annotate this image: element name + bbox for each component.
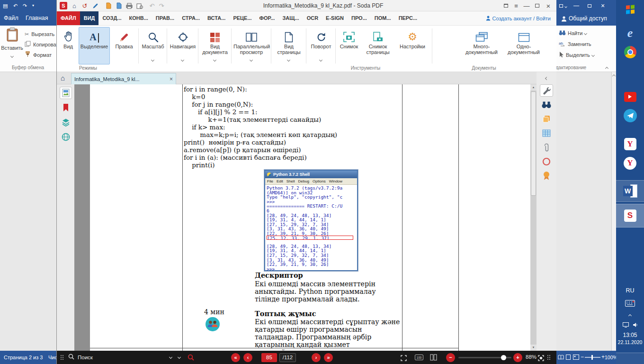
toolbar-grip-icon[interactable] [61,355,62,356]
word-minimize-icon[interactable]: — [571,1,582,10]
ribbon-tab[interactable]: ФОР... [256,11,279,25]
maximize-window-icon[interactable] [532,1,542,10]
word-restore-icon[interactable] [584,1,595,10]
first-page-button[interactable]: « [231,351,240,364]
zoom-out-button[interactable]: − [446,351,455,364]
taskbar-sodapdf-icon[interactable]: S [616,204,644,228]
zoom-slider-thumb[interactable] [501,355,506,360]
ribbon-tab[interactable]: ЗАЩ... [278,11,303,25]
share-button[interactable]: Общий доступ [569,15,607,22]
page-snapshot-button[interactable]: Снимок страницы [363,27,393,64]
format-painter-button[interactable]: Формат [25,51,52,59]
save-icon[interactable]: ▤ [3,2,8,9]
print-icon[interactable] [125,1,134,10]
volume-icon[interactable] [633,321,638,329]
close-tab-icon[interactable]: × [170,76,173,82]
scroll-down-icon[interactable]: ▼ [530,345,537,351]
minimize-window-icon[interactable]: — [521,1,532,10]
word-scrollbar[interactable] [611,72,616,351]
scroll-up-icon[interactable]: ▲ [530,84,537,91]
menu-icon[interactable]: ≡ [511,1,521,10]
taskbar-ie-icon[interactable]: e [616,25,644,42]
search-panel-icon[interactable] [540,99,553,111]
undo-disabled-icon[interactable]: ↶ [148,1,156,10]
search-options-dropdown-icon[interactable] [169,355,172,359]
search-mode-dropdown-icon[interactable] [178,355,181,359]
select-button[interactable]: Выделить [559,51,594,59]
taskbar-yandex-browser-icon[interactable]: Y [616,155,644,172]
tools-panel-icon[interactable] [540,84,553,97]
view-tool-button[interactable]: Вид [59,27,78,64]
dock-window-icon[interactable] [501,1,511,10]
ribbon-tab[interactable]: E-SIGN [322,11,348,25]
file-orange-icon[interactable] [104,1,113,10]
document-tab[interactable]: Informatika_Metodika_9 kl... × [71,73,176,84]
page-layout-icon[interactable] [430,354,437,363]
document-scrollbar[interactable]: ▲ ▼ [530,84,537,351]
word-page-indicator[interactable]: Страница 2 из 3 [4,355,43,360]
layers-panel-icon[interactable] [60,116,72,128]
ribbon-tab[interactable]: ПРО... [348,11,371,25]
next-page-button[interactable]: › [312,351,321,364]
cut-button[interactable]: ✂ Вырезать [25,30,54,38]
home-icon[interactable]: ⌂ [70,1,79,10]
ribbon-tab[interactable]: СОЗД... [98,11,125,25]
taskbar-word-icon[interactable]: W [616,180,644,202]
taskbar-youtube-icon[interactable] [616,88,644,105]
web-layout-icon[interactable] [573,355,579,361]
taskbar-chrome-icon[interactable] [616,44,644,61]
ribbon-tab[interactable]: ФАЙЛ [57,11,80,25]
document-viewport[interactable]: for i in range(0, N): k=0 for j in range… [74,84,530,351]
bookmarks-panel-icon[interactable] [60,101,72,114]
multi-document-button[interactable]: Много-документный [460,27,503,64]
search-go-icon[interactable] [188,354,194,363]
touch-keyboard-icon[interactable] [616,298,644,309]
zoom-in-button[interactable]: + [513,351,522,364]
ribbon-tab[interactable]: СТРА... [178,11,204,25]
selection-tool-button[interactable]: A Выделение [79,27,110,64]
clock-time[interactable]: 13:05 [616,332,644,338]
record-panel-icon[interactable] [540,155,553,168]
word-count-indicator[interactable]: Число слов [48,355,56,360]
paste-dropdown-icon[interactable] [10,55,14,58]
attachments-panel-icon[interactable] [540,141,553,154]
word-tab-home[interactable]: Главная [26,15,48,21]
find-dropdown-icon[interactable] [584,31,587,35]
zoom-percentage[interactable]: 88% [526,354,537,360]
word-tab-file[interactable]: Файл [4,15,18,21]
redo-disabled-icon[interactable]: ↷ [157,1,166,10]
pages-panel-icon[interactable] [540,113,553,125]
taskbar-telegram-icon[interactable] [616,107,644,124]
edit-tool-button[interactable]: Правка [111,27,137,64]
ribbon-tab[interactable]: ПРАВ... [152,11,178,25]
collapse-ribbon-icon[interactable] [605,67,608,70]
file-blue-icon[interactable] [115,1,123,10]
redo-icon[interactable]: ↷ [23,2,27,9]
thumbnails-panel-icon[interactable] [60,87,72,99]
table-panel-icon[interactable] [540,127,553,139]
ribbon-display-options-icon[interactable] [557,1,569,10]
ribbon-tab[interactable]: РЕЦЕ... [229,11,255,25]
single-document-button[interactable]: Одно-документный [504,27,544,64]
word-close-icon[interactable]: × [597,1,608,10]
word-zoom-percentage[interactable]: 100% [605,355,616,360]
close-window-icon[interactable]: × [543,1,554,10]
panel-collapse-icon[interactable] [537,74,556,82]
find-button[interactable]: Найти [559,29,587,37]
fullscreen-icon[interactable] [401,355,407,363]
award-panel-icon[interactable] [540,170,553,182]
select-dropdown-icon[interactable] [591,53,595,56]
paste-button[interactable]: Вставить [1,27,23,65]
last-page-button[interactable]: » [324,351,333,364]
toolbar-grip-icon[interactable] [547,355,548,356]
ribbon-tab[interactable]: ПОМ... [371,11,395,25]
clock-date[interactable]: 22.11.2020 [616,339,644,345]
word-zoom-out-icon[interactable]: − [581,354,584,360]
ribbon-tab[interactable]: ПЕРС... [395,11,421,25]
scrollbar-thumb[interactable] [531,91,536,196]
print-layout-icon[interactable] [565,355,571,361]
word-zoom-in-icon[interactable]: + [601,354,605,360]
copy-button[interactable]: Копировать [25,41,57,48]
undo-icon[interactable]: ↶ [13,2,18,9]
qat-customize-icon[interactable]: ▾ [32,2,34,9]
